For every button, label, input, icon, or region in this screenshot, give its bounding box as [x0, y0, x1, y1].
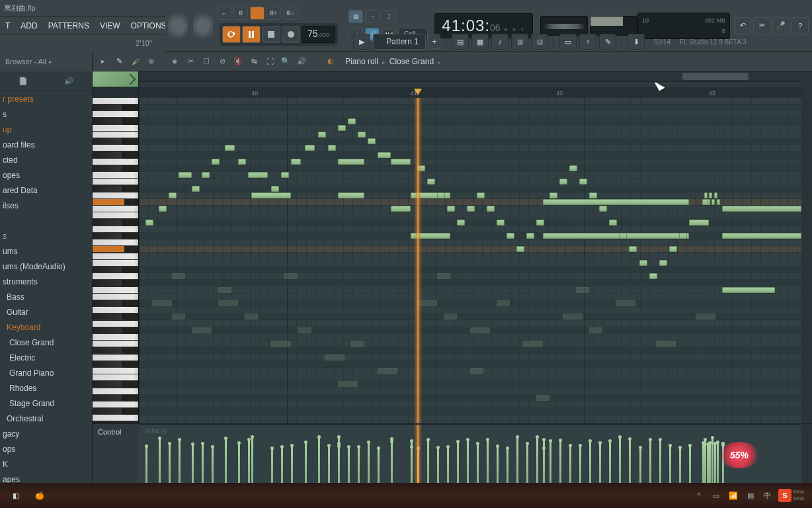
velocity-bar[interactable]: [579, 445, 581, 483]
pr-corner[interactable]: [93, 71, 139, 87]
download-button[interactable]: ⬇: [628, 34, 645, 50]
velocity-bar[interactable]: [467, 439, 469, 483]
velocity-bar[interactable]: [536, 437, 538, 483]
note[interactable]: [281, 172, 289, 178]
piano-key[interactable]: [93, 408, 124, 415]
velocity-bar[interactable]: [649, 439, 651, 483]
piano-key[interactable]: [93, 253, 138, 260]
note[interactable]: [467, 206, 475, 212]
note[interactable]: [543, 233, 688, 239]
browser-item-1[interactable]: s: [0, 106, 92, 122]
piano-key[interactable]: [93, 294, 138, 300]
velocity-bar[interactable]: [589, 441, 591, 483]
view-browser-button[interactable]: ⊞: [511, 34, 528, 50]
piano-key[interactable]: [93, 374, 138, 381]
note[interactable]: [563, 314, 583, 319]
snap-btn-2[interactable]: Ⅲ: [233, 7, 248, 20]
note[interactable]: [477, 192, 485, 198]
note[interactable]: [159, 206, 167, 212]
velocity-bar[interactable]: [318, 437, 320, 483]
note[interactable]: [717, 199, 720, 205]
velocity-bar[interactable]: [202, 443, 204, 483]
velocity-bar[interactable]: [251, 437, 253, 483]
velocity-bar[interactable]: [179, 439, 181, 483]
note[interactable]: [298, 327, 311, 333]
note[interactable]: [549, 192, 557, 198]
note[interactable]: [507, 233, 514, 239]
piano-key[interactable]: [93, 307, 138, 314]
taskbar-app-1[interactable]: ◧: [5, 485, 26, 506]
velocity-bar[interactable]: [559, 440, 561, 483]
velocity-bar[interactable]: [358, 446, 360, 483]
velocity-bar[interactable]: [271, 448, 273, 483]
piano-key[interactable]: [93, 246, 124, 253]
note[interactable]: [338, 159, 364, 165]
sw-play-button[interactable]: ▶: [353, 34, 370, 50]
vertical-scrollbar[interactable]: [801, 98, 812, 423]
slice-tool-icon[interactable]: ✂: [184, 55, 197, 68]
note[interactable]: [284, 273, 298, 279]
piano-key[interactable]: [93, 111, 138, 118]
velocity-bar[interactable]: [427, 439, 429, 483]
note[interactable]: [609, 220, 617, 226]
note[interactable]: [536, 220, 544, 226]
snap-btn-5[interactable]: Ⅲ○: [283, 7, 298, 20]
browser-item-21[interactable]: Orchestral: [0, 411, 92, 426]
velocity-bar[interactable]: [145, 446, 147, 483]
velocity-bar[interactable]: [543, 439, 545, 483]
note[interactable]: [487, 206, 495, 212]
browser-item-4[interactable]: cted: [0, 152, 92, 167]
volume-knob[interactable]: [168, 9, 188, 42]
snap-btn-1[interactable]: ⌐: [217, 7, 231, 20]
view-pianoroll-button[interactable]: ♪: [491, 34, 508, 50]
pr-menu-icon[interactable]: ▸: [97, 55, 110, 68]
browser-item-13[interactable]: Bass: [0, 289, 92, 304]
quick-legato-icon[interactable]: ◐: [324, 55, 337, 68]
note[interactable]: [679, 233, 687, 239]
note[interactable]: [391, 206, 411, 212]
piano-key[interactable]: [93, 98, 138, 105]
velocity-bar[interactable]: [619, 437, 621, 483]
piano-key[interactable]: [93, 395, 124, 402]
note[interactable]: [251, 192, 291, 198]
browser-item-22[interactable]: gacy: [0, 426, 92, 441]
note[interactable]: [172, 314, 185, 319]
browser-item-3[interactable]: oard files: [0, 137, 92, 152]
piano-key[interactable]: [93, 402, 138, 408]
piano-key[interactable]: [93, 273, 138, 280]
velocity-bar[interactable]: [659, 439, 661, 483]
velocity-bar[interactable]: [679, 447, 681, 483]
browser-tab-files-icon[interactable]: 📄: [17, 75, 30, 88]
note[interactable]: [427, 179, 435, 185]
note[interactable]: [152, 300, 172, 306]
note[interactable]: [391, 159, 411, 165]
velocity-bar[interactable]: [391, 439, 393, 483]
note[interactable]: [656, 341, 676, 347]
tray-wifi-icon[interactable]: 📶: [727, 489, 740, 502]
note[interactable]: [696, 314, 715, 319]
view-stepsequencer-button[interactable]: ▦: [471, 34, 489, 50]
note[interactable]: [192, 186, 200, 192]
piano-key[interactable]: [93, 212, 138, 219]
note[interactable]: [271, 186, 279, 192]
note[interactable]: [338, 381, 358, 387]
note[interactable]: [659, 260, 667, 266]
piano-key[interactable]: [93, 179, 138, 185]
piano-key[interactable]: [93, 341, 138, 347]
velocity-bar[interactable]: [281, 446, 283, 483]
velocity-bar[interactable]: [629, 439, 631, 483]
note[interactable]: [576, 287, 589, 293]
piano-key[interactable]: [93, 226, 138, 233]
piano-key[interactable]: [93, 260, 138, 267]
velocity-bar[interactable]: [417, 448, 419, 483]
note[interactable]: [497, 300, 510, 306]
velocity-bar[interactable]: [497, 446, 499, 483]
snap-btn-3[interactable]: 3.2: [250, 7, 264, 20]
piano-key[interactable]: [93, 132, 138, 138]
note[interactable]: [579, 179, 587, 185]
velocity-bar[interactable]: [689, 445, 691, 483]
note[interactable]: [245, 314, 258, 319]
mode-btn-1[interactable]: ▦: [348, 10, 363, 23]
slip-tool-icon[interactable]: ↹: [247, 55, 261, 68]
note[interactable]: [417, 300, 437, 306]
